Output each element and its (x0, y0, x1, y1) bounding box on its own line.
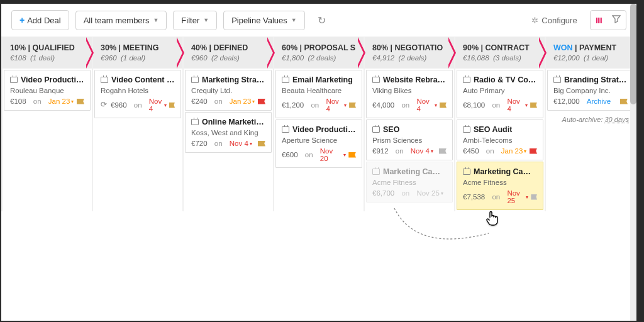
stage-subtitle: €1,800 (2 deals) (282, 54, 356, 62)
stage-header[interactable]: 60% | PROPOSAL S€1,800 (2 deals) (274, 37, 364, 69)
deal-date[interactable]: Nov 20▾ (320, 147, 346, 162)
deal-card[interactable]: SEO AuditAmbi-Telecoms€450 on Jan 23▾ (457, 119, 543, 160)
deal-title: Marketing Strategy (191, 75, 265, 84)
deal-footer: €108 on Jan 23▾ (10, 97, 84, 105)
deal-value: €960 (111, 101, 127, 109)
stage-chevron-icon (447, 37, 459, 69)
stage-title: 80% | NEGOTIATIO (372, 43, 447, 52)
deal-date[interactable]: Nov 4▾ (149, 97, 167, 113)
deal-footer: €450 on Jan 23▾ (463, 147, 537, 155)
deal-date[interactable]: Nov 25▾ (416, 189, 443, 197)
deal-date[interactable]: Jan 23▾ (230, 97, 255, 105)
deal-card[interactable]: Video ProductionRouleau Banque€108 on Ja… (4, 70, 91, 111)
stage-chevron-icon (175, 37, 187, 69)
stage-header[interactable]: 30% | MEETING€960 (1 deal) (93, 37, 182, 69)
configure-button[interactable]: ✲Configure (531, 16, 577, 25)
deal-footer: €4,000 on Nov 4▾ (372, 97, 447, 113)
briefcase-icon (463, 169, 470, 175)
deal-title: Radio & TV Comm... (463, 75, 537, 84)
priority-flag-icon (169, 103, 175, 108)
team-filter-dropdown[interactable]: All team members▼ (75, 11, 167, 30)
deal-card[interactable]: Video Content (M...Rogahn Hotels€960 on … (94, 70, 181, 118)
deal-card[interactable]: Radio & TV Comm...Auto Primary€8,100 on … (457, 70, 543, 118)
vertical-scrollbar[interactable] (630, 4, 636, 321)
stage-title: 90% | CONTRACT (463, 43, 537, 52)
deal-date[interactable]: Nov 4▾ (326, 97, 347, 113)
deal-card[interactable]: Website Rebrandi...Viking Bikes€4,000 on… (366, 70, 453, 118)
deal-title: Email Marketing (282, 75, 356, 84)
deal-date[interactable]: Nov 4▾ (411, 147, 433, 155)
briefcase-icon (191, 77, 199, 83)
briefcase-icon (463, 126, 470, 133)
deal-footer: €240 on Jan 23▾ (191, 97, 265, 105)
filter-label: Filter (181, 16, 199, 25)
priority-flag-icon (258, 99, 265, 104)
stage-title: 40% | DEFINED (191, 43, 265, 52)
deal-card[interactable]: Video ProductionAperture Science€600 on … (275, 119, 362, 168)
stage-header[interactable]: 80% | NEGOTIATIO€4,912 (2 deals) (365, 37, 454, 69)
stage-cards: Video ProductionRouleau Banque€108 on Ja… (3, 69, 92, 211)
deal-date[interactable]: Jan 23▾ (48, 97, 74, 105)
kanban-view-button[interactable]: ııı (591, 11, 607, 30)
configure-label: Configure (541, 16, 577, 25)
deal-value: €4,000 (372, 101, 394, 109)
stage-cards: Video Content (M...Rogahn Hotels€960 on … (93, 69, 182, 211)
stage-cards: Website Rebrandi...Viking Bikes€4,000 on… (365, 69, 454, 211)
gear-icon: ✲ (531, 16, 538, 25)
pipeline-column: WON | PAYMENT€12,000 (1 deal)Branding St… (546, 37, 635, 211)
chevron-down-icon: ▼ (153, 17, 158, 23)
deal-org: Viking Bikes (372, 87, 447, 94)
drag-path-indicator (391, 205, 492, 255)
view-switcher: ııı (590, 10, 626, 30)
stage-header[interactable]: 10% | QUALIFIED€108 (1 deal) (3, 37, 92, 69)
deal-org: Koss, West and King (191, 129, 265, 136)
stage-chevron-icon (537, 37, 550, 69)
stage-subtitle: €12,000 (1 deal) (553, 54, 628, 62)
stage-subtitle: €4,912 (2 deals) (372, 54, 447, 62)
deal-card[interactable]: Branding StrategyBig Company Inc.€12,000… (547, 70, 634, 111)
filter-dropdown[interactable]: Filter▼ (173, 11, 217, 30)
deal-date[interactable]: Nov 4▾ (507, 97, 528, 113)
add-deal-button[interactable]: +Add Deal (11, 10, 69, 30)
priority-flag-icon (440, 103, 447, 108)
priority-flag-icon (258, 141, 265, 147)
stage-cards: Email MarketingBeauta Healthcare€1,200 o… (274, 69, 364, 211)
briefcase-icon (191, 119, 199, 125)
stage-chevron-icon (265, 37, 278, 69)
deal-title: Website Rebrandi... (372, 75, 447, 84)
deal-card[interactable]: Email MarketingBeauta Healthcare€1,200 o… (275, 70, 362, 118)
deal-date[interactable]: Nov 4▾ (416, 97, 437, 113)
deal-footer: €7,538 on Nov 25▾ (463, 189, 537, 204)
deal-date[interactable]: Jan 23▾ (501, 147, 527, 155)
deal-footer: €1,200 on Nov 4▾ (282, 97, 356, 113)
pipeline-values-dropdown[interactable]: Pipeline Values▼ (223, 11, 305, 30)
toolbar: +Add Deal All team members▼ Filter▼ Pipe… (1, 4, 636, 37)
auto-archive-days[interactable]: 30 days (604, 116, 629, 123)
refresh-button[interactable]: ↻ (311, 11, 332, 30)
deal-title: Video Content (M... (101, 75, 175, 84)
deal-card[interactable]: SEOPrism Sciences€912 on Nov 4▾ (366, 119, 453, 160)
priority-flag-icon (530, 103, 537, 108)
deal-date[interactable]: Nov 4▾ (230, 140, 252, 147)
deal-card[interactable]: Marketing Campa...Acme Fitness€7,538 on … (457, 162, 543, 210)
deal-value: €108 (10, 97, 26, 105)
stage-cards: Branding StrategyBig Company Inc.€12,000… (546, 69, 635, 211)
deal-org: Beauta Healthcare (282, 87, 356, 94)
pipeline-column: 80% | NEGOTIATIO€4,912 (2 deals)Website … (365, 37, 454, 211)
plus-icon: + (19, 15, 25, 25)
briefcase-icon (372, 77, 380, 83)
stage-title: 10% | QUALIFIED (10, 43, 84, 52)
deal-card[interactable]: Marketing Campa...Acme Fitness€6,700 on … (366, 162, 453, 203)
stage-header[interactable]: WON | PAYMENT€12,000 (1 deal) (546, 37, 635, 69)
archive-link[interactable]: Archive (587, 97, 611, 105)
scrollbar-thumb[interactable] (630, 4, 636, 104)
list-view-button[interactable] (607, 11, 626, 30)
deal-value: €1,200 (282, 101, 304, 109)
deal-date[interactable]: Nov 25▾ (507, 189, 528, 204)
deal-card[interactable]: Online Marketing ...Koss, West and King€… (185, 112, 272, 153)
stage-header[interactable]: 40% | DEFINED€960 (2 deals) (184, 37, 273, 69)
deal-card[interactable]: Marketing StrategyCrequity Ltd.€240 on J… (185, 70, 272, 111)
priority-flag-icon (439, 148, 447, 154)
stage-header[interactable]: 90% | CONTRACT€16,088 (3 deals) (455, 37, 545, 69)
add-deal-label: Add Deal (27, 16, 60, 25)
